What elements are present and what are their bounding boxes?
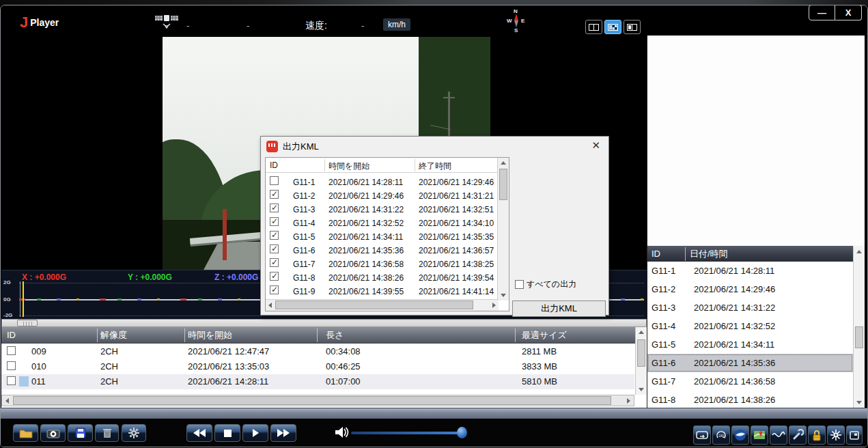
close-button[interactable]: X [835,5,862,20]
row-checkbox[interactable] [270,190,279,199]
dialog-segment-row[interactable]: G11-5 2021/06/21 14:34:11 2021/06/21 14:… [266,230,498,244]
rotate-180-button[interactable]: 180 [712,425,730,445]
event-list-vscrollbar[interactable] [853,246,865,408]
dialog-segment-row[interactable]: G11-6 2021/06/21 14:35:36 2021/06/21 14:… [266,244,498,257]
row-checkbox[interactable] [7,361,16,370]
row-checkbox[interactable] [270,272,279,281]
volume-slider-thumb[interactable] [457,427,467,438]
vscroll-thumb[interactable] [637,339,645,367]
row-checkbox[interactable] [270,176,279,185]
dialog-hscrollbar[interactable] [266,299,499,311]
col-id[interactable]: ID [7,327,16,344]
scroll-down-arrow[interactable] [639,388,644,391]
col-id[interactable]: ID [652,246,660,262]
row-checkbox[interactable] [270,258,279,267]
hscroll-thumb[interactable] [13,396,611,405]
rewind-button[interactable] [186,424,212,442]
event-row[interactable]: G11-5 2021/06/21 14:34:11 [647,335,853,354]
row-checkbox[interactable] [270,285,279,294]
file-row[interactable]: 010 2CH 2021/06/21 13:35:03 00:46:25 383… [1,359,634,374]
file-list-hscrollbar[interactable] [1,395,634,406]
all-output-checkbox[interactable] [515,280,524,289]
dialog-segment-row[interactable]: G11-9 2021/06/21 14:39:55 2021/06/21 14:… [266,285,498,298]
scroll-left-arrow[interactable] [268,303,272,308]
event-row[interactable]: G11-8 2021/06/21 14:38:26 [647,391,853,409]
dialog-segment-row[interactable]: G11-1 2021/06/21 14:28:11 2021/06/21 14:… [266,176,498,189]
file-row[interactable]: 011 2CH 2021/06/21 14:28:11 01:07:00 581… [1,374,634,389]
gsensor-playhead[interactable] [23,281,24,317]
layout-video-grid-button[interactable] [604,20,621,34]
dialog-segment-row[interactable]: G11-8 2021/06/21 14:38:26 2021/06/21 14:… [266,271,498,285]
settings-button[interactable] [122,424,146,442]
brightness-icon [830,429,842,441]
gsensor-scroll-track[interactable] [1,319,647,327]
dialog-title-bar[interactable]: 出力KML ✕ [261,137,608,156]
map-panel[interactable] [647,36,865,246]
row-checkbox[interactable] [7,346,16,355]
display-rotate-button[interactable] [693,425,711,445]
popup-window-button[interactable] [846,425,863,445]
dialog-vscrollbar[interactable] [497,158,509,300]
col-datetime[interactable]: 日付/時間 [690,246,728,262]
row-checkbox[interactable] [7,376,16,385]
cell-start: 2021/06/21 14:39:55 [328,287,404,296]
all-output-option[interactable]: すべての出力 [515,279,576,290]
play-button[interactable] [242,424,268,442]
dialog-segment-row[interactable]: G11-7 2021/06/21 14:36:58 2021/06/21 14:… [266,257,498,271]
row-checkbox[interactable] [270,244,279,253]
dialog-close-icon[interactable]: ✕ [591,139,600,152]
gsensor-graph-button[interactable] [770,425,787,445]
dialog-segment-row[interactable]: G11-4 2021/06/21 14:32:52 2021/06/21 14:… [266,216,498,230]
scroll-down-arrow[interactable] [856,401,862,404]
brightness-button[interactable] [827,425,845,445]
scroll-right-arrow[interactable] [627,398,630,404]
save-button[interactable] [68,424,93,442]
event-row[interactable]: G11-2 2021/06/21 14:29:46 [647,280,853,298]
event-row[interactable]: G11-3 2021/06/21 14:31:22 [647,298,853,317]
volume-slider-track[interactable] [351,432,462,434]
lock-button[interactable] [808,425,826,445]
row-checkbox[interactable] [270,231,279,240]
vscroll-thumb[interactable] [855,326,863,348]
col-resolution[interactable]: 解像度 [100,327,127,344]
map-button[interactable] [751,425,768,445]
google-earth-button[interactable] [731,425,749,445]
col-start[interactable]: 時間を開始 [328,160,369,172]
stop-button[interactable] [214,424,240,442]
fast-forward-button[interactable] [270,424,296,442]
hscroll-thumb[interactable] [275,300,473,309]
scroll-right-arrow[interactable] [492,303,496,308]
layout-dual-pane-button[interactable] [585,20,602,34]
col-id[interactable]: ID [270,160,278,170]
gsensor-scroll-thumb[interactable] [17,320,38,326]
export-kml-button[interactable]: 出力KML [512,300,606,317]
scroll-down-arrow[interactable] [501,294,506,297]
cell-id: G11-2 [293,191,315,201]
col-end[interactable]: 終了時間 [419,160,451,172]
vscroll-thumb[interactable] [499,169,507,200]
event-row[interactable]: G11-7 2021/06/21 14:36:58 [647,372,853,391]
minimize-button[interactable]: — [809,5,835,20]
col-length[interactable]: 長さ [326,327,344,344]
file-list-vscrollbar[interactable] [635,327,647,395]
delete-button[interactable] [95,424,119,442]
scroll-left-arrow[interactable] [5,398,9,404]
scroll-up-arrow[interactable] [501,161,506,165]
dialog-segment-row[interactable]: G11-3 2021/06/21 14:31:22 2021/06/21 14:… [266,203,498,216]
speaker-icon[interactable] [334,425,349,439]
repair-button[interactable] [789,425,807,445]
scroll-up-arrow[interactable] [856,250,862,253]
scroll-up-arrow[interactable] [639,331,644,334]
event-row[interactable]: G11-1 2021/06/21 14:28:11 [647,262,853,280]
file-row[interactable]: 009 2CH 2021/06/21 12:47:47 00:34:08 281… [1,344,634,359]
dialog-segment-row[interactable]: G11-2 2021/06/21 14:29:46 2021/06/21 14:… [266,189,498,203]
event-row[interactable]: G11-6 2021/06/21 14:35:36 [647,354,853,372]
row-checkbox[interactable] [270,217,279,226]
col-start[interactable]: 時間を開始 [188,327,232,344]
snapshot-button[interactable] [40,424,66,442]
layout-side-list-button[interactable] [624,20,641,34]
col-size[interactable]: 最適サイズ [522,327,567,344]
event-row[interactable]: G11-4 2021/06/21 14:32:52 [647,317,853,335]
row-checkbox[interactable] [270,204,279,212]
open-folder-button[interactable] [13,424,38,442]
